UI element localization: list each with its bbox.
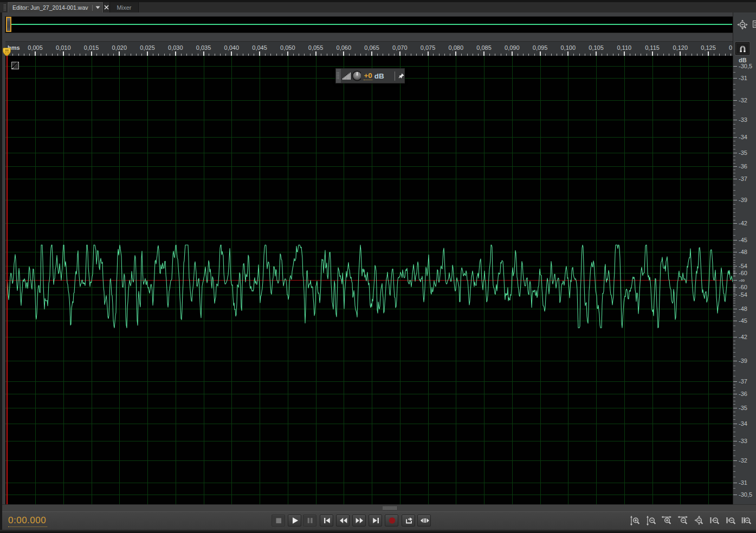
- db-scale-tick: [733, 163, 735, 164]
- db-scale-tick: [733, 344, 735, 344]
- time-display[interactable]: 0:00.000: [8, 515, 47, 527]
- db-scale-tick: [733, 72, 735, 73]
- transport-pause-button[interactable]: [303, 515, 316, 526]
- db-scale-tick: [733, 220, 735, 220]
- db-scale-label: -32: [739, 97, 747, 103]
- db-scale-tick: [733, 441, 737, 441]
- zoom-in-horizontal-icon: [661, 516, 673, 526]
- db-scale-label: -34: [739, 420, 747, 427]
- gain-knob[interactable]: [352, 70, 361, 81]
- panel-tab-bar: Editor: Jun_27_2014-001.wav Mixer: [0, 2, 756, 13]
- gain-value[interactable]: +0: [364, 72, 372, 80]
- db-scale-tick: [733, 483, 737, 483]
- db-scale-tick: [733, 376, 735, 376]
- panel-drag-grip-icon[interactable]: [3, 4, 8, 11]
- db-scale-tick: [733, 105, 735, 106]
- db-scale-tick: [733, 229, 735, 230]
- db-scale-tick: [733, 432, 735, 432]
- zoom-to-selection-button[interactable]: [741, 516, 753, 526]
- db-scale-tick: [733, 356, 735, 357]
- zoom-navigate-icon[interactable]: [737, 20, 749, 31]
- db-scale-tick: [733, 408, 737, 408]
- transport-record-button[interactable]: [385, 515, 398, 526]
- db-scale-tick: [733, 248, 735, 249]
- transport-skip-to-start-button[interactable]: [320, 515, 333, 526]
- window-footer-strip: [0, 530, 756, 533]
- db-scale-tick: [733, 391, 735, 391]
- transport-skip-to-end-button[interactable]: [369, 515, 382, 526]
- db-scale-label: -37: [739, 176, 747, 182]
- db-scale-label: -31: [739, 479, 747, 486]
- db-scale-tick: [733, 176, 735, 177]
- level-envelope-icon[interactable]: [11, 62, 19, 69]
- magnet-icon: [739, 45, 747, 53]
- rewind-icon: [337, 515, 350, 526]
- tab-editor[interactable]: Editor: Jun_27_2014-001.wav: [8, 2, 103, 12]
- db-scale-tick: [733, 301, 735, 301]
- zoom-to-in-point-button[interactable]: [709, 516, 721, 526]
- transport-fast-forward-button[interactable]: [352, 515, 366, 526]
- db-scale-tick: [733, 276, 735, 277]
- zoom-range-thumb[interactable]: [7, 18, 10, 31]
- transport-play-button[interactable]: [288, 515, 301, 526]
- close-icon: [104, 5, 109, 10]
- amplitude-scale[interactable]: dB -30,5-31-32-33-34-35-36-37-39-42-45-4…: [733, 12, 756, 505]
- transport-rewind-button[interactable]: [336, 515, 350, 526]
- ruler-time-label: 0,020: [112, 44, 127, 51]
- db-scale-tick: [733, 290, 735, 291]
- db-scale-tick: [733, 145, 735, 146]
- db-scale-tick: [733, 173, 735, 173]
- resize-grip-icon[interactable]: [383, 506, 398, 510]
- db-scale-tick: [733, 257, 735, 258]
- zoom-out-full-button[interactable]: [693, 516, 705, 526]
- zoom-out-vertical-button[interactable]: [646, 516, 658, 526]
- db-scale-tick: [733, 124, 735, 125]
- db-scale-tick: [733, 289, 735, 290]
- db-scale-tick: [733, 326, 735, 326]
- volume-hud[interactable]: +0 dB: [335, 68, 405, 83]
- tab-mixer[interactable]: Mixer: [109, 2, 139, 12]
- tab-separator: [92, 5, 93, 11]
- mixer-tab-label: Mixer: [117, 4, 132, 11]
- panel-menu-icon[interactable]: [753, 20, 756, 28]
- timeline-ruler[interactable]: hms 0,0050,0100,0150,0200,0250,0300,0350…: [5, 41, 733, 56]
- tab-close-button[interactable]: [102, 3, 110, 12]
- db-scale-label: -42: [739, 334, 747, 340]
- hud-drag-grip[interactable]: [336, 69, 341, 83]
- db-scale-label: -60: [739, 270, 747, 276]
- tab-dropdown-icon[interactable]: [95, 6, 100, 9]
- grip-dots-icon: [337, 72, 340, 80]
- transport-skip-selection-button[interactable]: [417, 515, 431, 526]
- zoom-in-horizontal-button[interactable]: [661, 516, 673, 526]
- db-scale-tick: [733, 477, 735, 477]
- pin-icon[interactable]: [398, 72, 404, 80]
- db-scale-tick: [733, 137, 737, 138]
- ruler-time-label: 0,085: [476, 44, 492, 51]
- panel-bottom-strip[interactable]: [2, 504, 756, 512]
- playhead-marker[interactable]: [3, 48, 11, 56]
- transport-loop-playback-button[interactable]: [402, 515, 415, 526]
- skip-to-start-icon: [320, 515, 334, 526]
- skip-to-end-icon: [369, 515, 383, 526]
- transport-stop-button[interactable]: [272, 515, 285, 526]
- zoom-navigator-strip[interactable]: [5, 17, 733, 32]
- db-scale-tick: [733, 66, 737, 67]
- db-scale-tick: [733, 295, 737, 295]
- db-scale-tick: [733, 450, 735, 451]
- db-scale-label: -54: [739, 263, 747, 269]
- snap-toggle-button[interactable]: [735, 42, 749, 55]
- db-scale-tick: [733, 296, 735, 297]
- db-scale-tick: [733, 262, 735, 263]
- zoom-out-horizontal-button[interactable]: [677, 516, 689, 526]
- db-scale-label: -36: [739, 163, 747, 170]
- db-scale-tick: [733, 306, 735, 306]
- db-scale-tick: [733, 366, 735, 366]
- zoom-to-out-point-button[interactable]: [726, 516, 738, 526]
- zoom-range-box[interactable]: [6, 17, 11, 32]
- db-scale-tick: [733, 284, 735, 285]
- db-scale-label: -35: [739, 150, 747, 156]
- waveform-display[interactable]: [5, 56, 733, 505]
- zoom-in-vertical-button[interactable]: [630, 516, 642, 526]
- playhead-line[interactable]: [7, 56, 8, 505]
- db-scale-label: -54: [739, 291, 747, 298]
